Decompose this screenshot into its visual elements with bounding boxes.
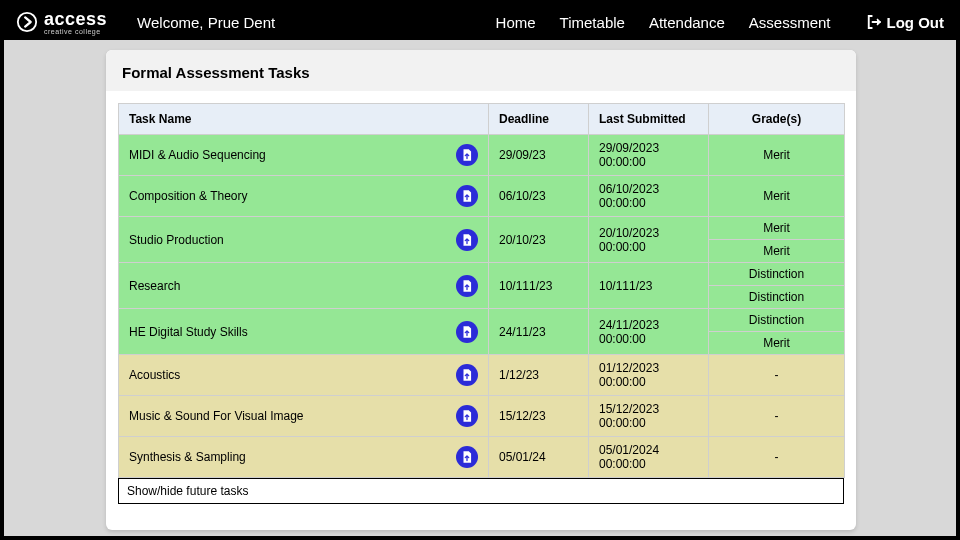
toggle-future-tasks[interactable]: Show/hide future tasks <box>118 478 844 504</box>
cell-submitted: 01/12/202300:00:00 <box>589 355 709 396</box>
cell-submitted: 15/12/202300:00:00 <box>589 396 709 437</box>
table-row: Research10/111/2310/111/23Distinction <box>119 263 845 286</box>
task-name: Composition & Theory <box>129 189 248 203</box>
cell-deadline: 29/09/23 <box>489 135 589 176</box>
nav-links: Home Timetable Attendance Assessment Log… <box>496 13 944 31</box>
cell-deadline: 05/01/24 <box>489 437 589 478</box>
task-name: Acoustics <box>129 368 180 382</box>
cell-submitted: 05/01/202400:00:00 <box>589 437 709 478</box>
task-name: Music & Sound For Visual Image <box>129 409 304 423</box>
upload-file-icon <box>460 409 474 423</box>
viewport: access creative college Welcome, Prue De… <box>0 0 960 540</box>
cell-deadline: 24/11/23 <box>489 309 589 355</box>
table-body: MIDI & Audio Sequencing29/09/2329/09/202… <box>119 135 845 478</box>
upload-file-icon <box>460 189 474 203</box>
upload-file-icon <box>460 325 474 339</box>
col-submitted: Last Submitted <box>589 104 709 135</box>
welcome-text: Welcome, Prue Dent <box>137 14 275 31</box>
table-row: Music & Sound For Visual Image15/12/2315… <box>119 396 845 437</box>
upload-button[interactable] <box>456 144 478 166</box>
cell-grade: Merit <box>709 217 845 240</box>
logout-label: Log Out <box>887 14 944 31</box>
cell-task: Composition & Theory <box>119 176 489 217</box>
cell-grade: Merit <box>709 135 845 176</box>
assessment-card: Formal Assessment Tasks Task Name Deadli… <box>106 50 856 530</box>
task-name: Research <box>129 279 180 293</box>
col-grade: Grade(s) <box>709 104 845 135</box>
logo-text-main: access <box>44 10 107 28</box>
upload-file-icon <box>460 148 474 162</box>
cell-submitted: 20/10/202300:00:00 <box>589 217 709 263</box>
table-row: Synthesis & Sampling05/01/2405/01/202400… <box>119 437 845 478</box>
col-deadline: Deadline <box>489 104 589 135</box>
upload-button[interactable] <box>456 446 478 468</box>
cell-submitted: 10/111/23 <box>589 263 709 309</box>
nav-timetable[interactable]: Timetable <box>560 14 625 31</box>
upload-file-icon <box>460 233 474 247</box>
nav-assessment[interactable]: Assessment <box>749 14 831 31</box>
top-nav-bar: access creative college Welcome, Prue De… <box>0 4 960 40</box>
table-row: Acoustics1/12/2301/12/202300:00:00- <box>119 355 845 396</box>
upload-file-icon <box>460 279 474 293</box>
brand-logo[interactable]: access creative college <box>16 10 107 35</box>
nav-attendance[interactable]: Attendance <box>649 14 725 31</box>
upload-button[interactable] <box>456 321 478 343</box>
cell-grade: - <box>709 396 845 437</box>
upload-file-icon <box>460 368 474 382</box>
task-name: Studio Production <box>129 233 224 247</box>
table-row: Studio Production20/10/2320/10/202300:00… <box>119 217 845 240</box>
cell-deadline: 06/10/23 <box>489 176 589 217</box>
cell-grade: Merit <box>709 332 845 355</box>
upload-button[interactable] <box>456 229 478 251</box>
task-name: HE Digital Study Skills <box>129 325 248 339</box>
logout-button[interactable]: Log Out <box>865 13 944 31</box>
cell-task: Research <box>119 263 489 309</box>
table-row: HE Digital Study Skills24/11/2324/11/202… <box>119 309 845 332</box>
logo-text-sub: creative college <box>44 28 107 35</box>
svg-point-0 <box>18 13 36 31</box>
cell-deadline: 15/12/23 <box>489 396 589 437</box>
cell-deadline: 10/111/23 <box>489 263 589 309</box>
cell-deadline: 1/12/23 <box>489 355 589 396</box>
cell-grade: - <box>709 437 845 478</box>
table-row: MIDI & Audio Sequencing29/09/2329/09/202… <box>119 135 845 176</box>
upload-button[interactable] <box>456 405 478 427</box>
cell-deadline: 20/10/23 <box>489 217 589 263</box>
task-name: MIDI & Audio Sequencing <box>129 148 266 162</box>
col-task: Task Name <box>119 104 489 135</box>
nav-home[interactable]: Home <box>496 14 536 31</box>
upload-button[interactable] <box>456 275 478 297</box>
cell-task: HE Digital Study Skills <box>119 309 489 355</box>
cell-submitted: 29/09/202300:00:00 <box>589 135 709 176</box>
logout-icon <box>865 13 883 31</box>
cell-grade: Distinction <box>709 286 845 309</box>
card-title: Formal Assessment Tasks <box>106 50 856 91</box>
cell-task: MIDI & Audio Sequencing <box>119 135 489 176</box>
cell-submitted: 24/11/202300:00:00 <box>589 309 709 355</box>
upload-button[interactable] <box>456 185 478 207</box>
logo-icon <box>16 11 38 33</box>
cell-task: Studio Production <box>119 217 489 263</box>
cell-task: Acoustics <box>119 355 489 396</box>
task-name: Synthesis & Sampling <box>129 450 246 464</box>
cell-task: Synthesis & Sampling <box>119 437 489 478</box>
cell-submitted: 06/10/202300:00:00 <box>589 176 709 217</box>
cell-grade: Merit <box>709 240 845 263</box>
table-row: Composition & Theory06/10/2306/10/202300… <box>119 176 845 217</box>
cell-task: Music & Sound For Visual Image <box>119 396 489 437</box>
upload-button[interactable] <box>456 364 478 386</box>
cell-grade: - <box>709 355 845 396</box>
cell-grade: Distinction <box>709 263 845 286</box>
assessment-table: Task Name Deadline Last Submitted Grade(… <box>118 103 845 478</box>
table-header-row: Task Name Deadline Last Submitted Grade(… <box>119 104 845 135</box>
cell-grade: Merit <box>709 176 845 217</box>
upload-file-icon <box>460 450 474 464</box>
table-wrapper: Task Name Deadline Last Submitted Grade(… <box>106 91 856 504</box>
cell-grade: Distinction <box>709 309 845 332</box>
